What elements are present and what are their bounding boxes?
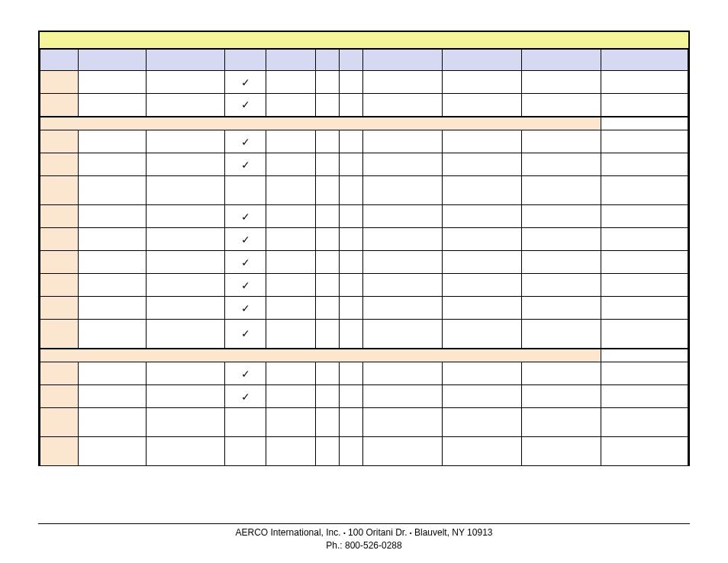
row-label bbox=[40, 385, 79, 408]
table-row: ✓ bbox=[40, 362, 688, 385]
table-row: ✓ bbox=[40, 320, 688, 349]
data-cell bbox=[147, 385, 225, 408]
data-cell bbox=[266, 274, 315, 297]
data-cell bbox=[147, 251, 225, 274]
section-band bbox=[40, 349, 601, 362]
data-cell bbox=[315, 228, 339, 251]
data-cell bbox=[442, 251, 521, 274]
data-cell bbox=[362, 437, 442, 466]
row-label bbox=[40, 408, 79, 437]
data-cell bbox=[339, 71, 362, 94]
data-cell bbox=[442, 297, 521, 320]
data-cell bbox=[147, 320, 225, 349]
data-cell bbox=[601, 408, 688, 437]
table-row: ✓ bbox=[40, 251, 688, 274]
data-cell bbox=[266, 153, 315, 176]
data-cell bbox=[78, 362, 146, 385]
table-row bbox=[40, 437, 688, 466]
data-cell bbox=[266, 228, 315, 251]
table-header-row bbox=[40, 50, 688, 71]
section-band-end bbox=[601, 349, 688, 362]
row-label bbox=[40, 71, 79, 94]
data-cell bbox=[266, 297, 315, 320]
checkmark-cell: ✓ bbox=[225, 228, 266, 251]
data-cell bbox=[362, 362, 442, 385]
data-cell bbox=[601, 205, 688, 228]
data-cell bbox=[78, 205, 146, 228]
data-cell bbox=[266, 437, 315, 466]
data-cell bbox=[362, 94, 442, 117]
data-cell bbox=[339, 274, 362, 297]
data-cell bbox=[362, 153, 442, 176]
row-label bbox=[40, 297, 79, 320]
checkmark-cell: ✓ bbox=[225, 274, 266, 297]
data-cell bbox=[339, 94, 362, 117]
data-cell bbox=[362, 251, 442, 274]
data-cell bbox=[442, 228, 521, 251]
checkmark-cell: ✓ bbox=[225, 153, 266, 176]
checkmark-cell: ✓ bbox=[225, 297, 266, 320]
footer-citystate: Blauvelt, NY 10913 bbox=[414, 527, 493, 538]
data-cell bbox=[266, 205, 315, 228]
data-cell bbox=[442, 362, 521, 385]
checkmark-cell: ✓ bbox=[225, 71, 266, 94]
checkmark-cell: ✓ bbox=[225, 385, 266, 408]
data-cell bbox=[315, 408, 339, 437]
data-cell bbox=[225, 176, 266, 205]
data-cell bbox=[147, 176, 225, 205]
table-row: ✓ bbox=[40, 274, 688, 297]
data-cell bbox=[442, 130, 521, 153]
checkmark-cell: ✓ bbox=[225, 205, 266, 228]
table-row: ✓ bbox=[40, 385, 688, 408]
row-label bbox=[40, 228, 79, 251]
footer-line-1: AERCO International, Inc. • 100 Oritani … bbox=[38, 526, 690, 539]
table-row: ✓ bbox=[40, 71, 688, 94]
data-cell bbox=[362, 297, 442, 320]
data-cell bbox=[601, 228, 688, 251]
data-cell bbox=[266, 320, 315, 349]
table-row: ✓ bbox=[40, 94, 688, 117]
data-cell bbox=[147, 297, 225, 320]
data-cell bbox=[315, 385, 339, 408]
data-cell bbox=[521, 437, 601, 466]
data-cell bbox=[315, 274, 339, 297]
data-cell bbox=[315, 94, 339, 117]
data-cell bbox=[442, 437, 521, 466]
section-divider bbox=[40, 349, 688, 362]
data-cell bbox=[601, 130, 688, 153]
checkmark-cell: ✓ bbox=[225, 130, 266, 153]
data-cell bbox=[339, 153, 362, 176]
data-cell bbox=[315, 130, 339, 153]
data-cell bbox=[315, 251, 339, 274]
data-cell bbox=[362, 71, 442, 94]
data-cell bbox=[78, 297, 146, 320]
data-cell bbox=[362, 320, 442, 349]
data-cell bbox=[521, 274, 601, 297]
row-label bbox=[40, 320, 79, 349]
data-cell bbox=[339, 205, 362, 228]
data-cell bbox=[521, 320, 601, 349]
data-cell bbox=[521, 176, 601, 205]
table-row: ✓ bbox=[40, 153, 688, 176]
data-cell bbox=[442, 385, 521, 408]
data-cell bbox=[78, 408, 146, 437]
data-cell bbox=[339, 408, 362, 437]
data-cell bbox=[442, 176, 521, 205]
data-cell bbox=[339, 385, 362, 408]
data-cell bbox=[315, 176, 339, 205]
checkmark-cell: ✓ bbox=[225, 362, 266, 385]
data-cell bbox=[601, 71, 688, 94]
data-cell bbox=[147, 274, 225, 297]
data-cell bbox=[521, 205, 601, 228]
section-band-end bbox=[601, 117, 688, 130]
table-row: ✓ bbox=[40, 130, 688, 153]
data-cell bbox=[78, 228, 146, 251]
data-cell bbox=[315, 297, 339, 320]
data-cell bbox=[225, 437, 266, 466]
data-cell bbox=[362, 274, 442, 297]
data-cell bbox=[362, 205, 442, 228]
data-cell bbox=[521, 228, 601, 251]
footer-address: 100 Oritani Dr. bbox=[348, 527, 407, 538]
data-cell bbox=[362, 130, 442, 153]
data-cell bbox=[266, 176, 315, 205]
